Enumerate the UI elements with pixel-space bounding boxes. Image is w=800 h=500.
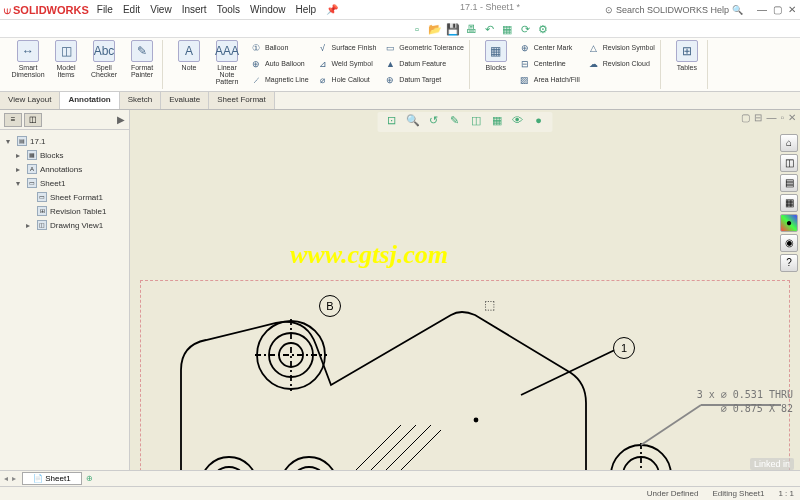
- section-icon[interactable]: ✎: [447, 114, 463, 130]
- quick-access-toolbar: ▫ 📂 💾 🖶 ↶ ▦ ⟳ ⚙: [0, 20, 800, 38]
- center-mark-button[interactable]: ⊕Center Mark: [517, 40, 582, 55]
- tab-evaluate[interactable]: Evaluate: [161, 92, 209, 109]
- menu-edit[interactable]: Edit: [123, 4, 140, 15]
- maximize-button[interactable]: ▢: [773, 4, 782, 15]
- item-balloon-1[interactable]: 1: [613, 337, 635, 359]
- tab-sheet-format[interactable]: Sheet Format: [209, 92, 274, 109]
- drawing-canvas[interactable]: ⊡ 🔍 ↺ ✎ ◫ ▦ 👁 ● ▢ ⊟ — ▫ ✕ ⌂ ◫ ▤ ▦ ● ◉ ? …: [130, 110, 800, 486]
- sheet-tabs: ◂ ▸ 📄 Sheet1 ⊕: [0, 470, 800, 486]
- menu-file[interactable]: File: [97, 4, 113, 15]
- tree-drawing-view1[interactable]: ▸◫Drawing View1: [6, 218, 123, 232]
- linear-note-pattern-button[interactable]: AAALinear Note Pattern: [210, 40, 244, 85]
- side-tab-tree[interactable]: ≡: [4, 113, 22, 127]
- weld-symbol-button[interactable]: ⊿Weld Symbol: [315, 56, 379, 71]
- undo-icon[interactable]: ↶: [482, 22, 496, 36]
- hole-callout-line1[interactable]: 3 x ⌀ 0.531 THRU: [697, 389, 793, 400]
- sheet-tab-sheet1[interactable]: 📄 Sheet1: [22, 472, 82, 485]
- view-toolbar: ⊡ 🔍 ↺ ✎ ◫ ▦ 👁 ●: [378, 112, 553, 132]
- balloon-button[interactable]: ①Balloon: [248, 40, 311, 55]
- surface-finish-button[interactable]: √Surface Finish: [315, 40, 379, 55]
- tab-sketch[interactable]: Sketch: [120, 92, 161, 109]
- app-logo: SOLIDWORKS: [4, 4, 89, 16]
- feature-tree-panel: ≡ ◫ ▶ ▾▤17.1 ▸▦Blocks ▸AAnnotations ▾▭Sh…: [0, 110, 130, 486]
- menu-view[interactable]: View: [150, 4, 172, 15]
- canvas-close-icon[interactable]: ✕: [788, 112, 796, 123]
- rt-home-icon[interactable]: ⌂: [780, 134, 798, 152]
- new-doc-icon[interactable]: ▫: [410, 22, 424, 36]
- datum-feature-button[interactable]: ▲Datum Feature: [382, 56, 465, 71]
- tree-sheet-format1[interactable]: ▭Sheet Format1: [6, 190, 123, 204]
- add-sheet-icon[interactable]: ⊕: [86, 474, 93, 483]
- centerline-button[interactable]: ⊟Centerline: [517, 56, 582, 71]
- tab-view-layout[interactable]: View Layout: [0, 92, 60, 109]
- menu-pin-icon[interactable]: 📌: [326, 4, 338, 15]
- rt-sheet-icon[interactable]: ▤: [780, 174, 798, 192]
- menu-help[interactable]: Help: [296, 4, 317, 15]
- rt-view-icon[interactable]: ◉: [780, 234, 798, 252]
- save-icon[interactable]: 💾: [446, 22, 460, 36]
- svg-line-13: [521, 347, 621, 395]
- spell-icon: Abc: [93, 40, 115, 62]
- menu-tools[interactable]: Tools: [217, 4, 240, 15]
- hide-show-icon[interactable]: 👁: [510, 114, 526, 130]
- tables-button[interactable]: ⊞Tables: [670, 40, 704, 71]
- hole-callout-line2[interactable]: ⌀ 0.875 X 82: [721, 403, 793, 414]
- rt-layers-icon[interactable]: ◫: [780, 154, 798, 172]
- print-icon[interactable]: 🖶: [464, 22, 478, 36]
- rev-cloud-icon: ☁: [588, 58, 600, 70]
- drawing-sheet[interactable]: B 1 3 x ⌀ 0.531 THRU ⌀ 0.875 X 82: [140, 280, 790, 486]
- side-tab-config[interactable]: ◫: [24, 113, 42, 127]
- rt-grid-icon[interactable]: ▦: [780, 194, 798, 212]
- magnetic-line-button[interactable]: ⟋Magnetic Line: [248, 72, 311, 87]
- search-magnify-icon[interactable]: 🔍: [732, 5, 743, 15]
- menu-window[interactable]: Window: [250, 4, 286, 15]
- geometric-tolerance-button[interactable]: ▭Geometric Tolerance: [382, 40, 465, 55]
- tree-annotations[interactable]: ▸AAnnotations: [6, 162, 123, 176]
- rebuild-icon[interactable]: ⟳: [518, 22, 532, 36]
- canvas-min-icon[interactable]: ⊟: [754, 112, 762, 123]
- appearance-icon[interactable]: ●: [531, 114, 547, 130]
- options-icon[interactable]: ⚙: [536, 22, 550, 36]
- datum-target-button[interactable]: ⊕Datum Target: [382, 72, 465, 87]
- side-collapse-icon[interactable]: ▶: [117, 114, 125, 125]
- area-hatch-button[interactable]: ▨Area Hatch/Fill: [517, 72, 582, 87]
- rt-help-icon[interactable]: ?: [780, 254, 798, 272]
- tree-sheet1[interactable]: ▾▭Sheet1: [6, 176, 123, 190]
- datum-balloon-b[interactable]: B: [319, 295, 341, 317]
- close-button[interactable]: ✕: [788, 4, 796, 15]
- open-icon[interactable]: 📂: [428, 22, 442, 36]
- select-icon[interactable]: ▦: [500, 22, 514, 36]
- revision-cloud-button[interactable]: ☁Revision Cloud: [586, 56, 657, 71]
- display-style-icon[interactable]: ▦: [489, 114, 505, 130]
- view-orient-icon[interactable]: ◫: [468, 114, 484, 130]
- tree-revision-table1[interactable]: ⊞Revision Table1: [6, 204, 123, 218]
- spell-checker-button[interactable]: AbcSpell Checker: [87, 40, 121, 78]
- rt-color-icon[interactable]: ●: [780, 214, 798, 232]
- minimize-button[interactable]: —: [757, 4, 767, 15]
- tab-annotation[interactable]: Annotation: [60, 92, 119, 109]
- zoom-fit-icon[interactable]: ⊡: [384, 114, 400, 130]
- blocks-button[interactable]: ▦Blocks: [479, 40, 513, 71]
- center-mark-icon: ⊕: [519, 42, 531, 54]
- zoom-prev-icon[interactable]: ↺: [426, 114, 442, 130]
- canvas-max-icon[interactable]: —: [766, 112, 776, 123]
- document-title: 17.1 - Sheet1 *: [460, 2, 520, 12]
- help-search[interactable]: ⊙ Search SOLIDWORKS Help 🔍: [605, 5, 743, 15]
- smart-dimension-button[interactable]: ↔Smart Dimension: [11, 40, 45, 78]
- tree-blocks[interactable]: ▸▦Blocks: [6, 148, 123, 162]
- auto-balloon-button[interactable]: ⊕Auto Balloon: [248, 56, 311, 71]
- format-painter-button[interactable]: ✎Format Painter: [125, 40, 159, 78]
- tables-icon: ⊞: [676, 40, 698, 62]
- canvas-tile-icon[interactable]: ▫: [780, 112, 784, 123]
- revision-symbol-button[interactable]: △Revision Symbol: [586, 40, 657, 55]
- tree-root[interactable]: ▾▤17.1: [6, 134, 123, 148]
- menu-insert[interactable]: Insert: [182, 4, 207, 15]
- sheet-tab-prev[interactable]: ◂: [4, 474, 8, 483]
- model-items-button[interactable]: ◫Model Items: [49, 40, 83, 78]
- sheet-tab-next[interactable]: ▸: [12, 474, 16, 483]
- zoom-area-icon[interactable]: 🔍: [405, 114, 421, 130]
- hole-callout-button[interactable]: ⌀Hole Callout: [315, 72, 379, 87]
- balloon-icon: ①: [250, 42, 262, 54]
- note-button[interactable]: ANote: [172, 40, 206, 71]
- canvas-restore-icon[interactable]: ▢: [741, 112, 750, 123]
